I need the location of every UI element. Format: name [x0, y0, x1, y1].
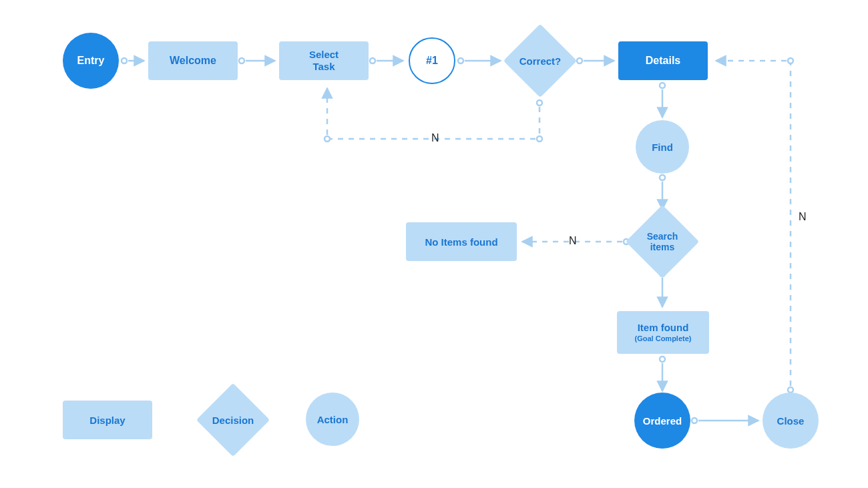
svg-point-10 [660, 83, 665, 88]
svg-point-21 [537, 136, 542, 142]
node-correct: Correct? [514, 35, 566, 87]
node-no-items: No Items found [406, 222, 517, 261]
svg-point-2 [239, 58, 244, 63]
svg-point-25 [788, 58, 793, 63]
svg-point-0 [122, 58, 127, 63]
node-item-found: Item found (Goal Complete) [617, 311, 709, 354]
svg-point-4 [370, 58, 375, 63]
edge-label-close-no: N [799, 211, 807, 223]
edge-label-search-no: N [569, 235, 577, 247]
svg-point-16 [660, 356, 665, 362]
node-ref-1: #1 [409, 37, 455, 84]
legend-action: Action [306, 393, 359, 446]
node-ordered: Ordered [634, 393, 690, 449]
svg-point-20 [537, 100, 542, 105]
node-find: Find [636, 120, 689, 174]
legend-decision: Decision [207, 394, 259, 446]
node-welcome: Welcome [148, 41, 238, 80]
svg-point-8 [577, 58, 582, 63]
node-search-items: Search items [636, 216, 688, 268]
edge-label-correct-no: N [431, 132, 439, 144]
item-found-title: Item found [638, 322, 689, 334]
node-details: Details [618, 41, 708, 80]
node-close: Close [763, 393, 819, 449]
node-entry: Entry [63, 33, 119, 89]
svg-point-24 [788, 387, 793, 393]
svg-point-6 [458, 58, 463, 63]
flowchart-canvas: Entry Welcome Select Task #1 Correct? De… [0, 0, 868, 488]
svg-point-18 [692, 418, 697, 423]
legend-display: Display [63, 401, 152, 439]
item-found-sub: (Goal Complete) [635, 334, 692, 344]
node-select-task: Select Task [279, 41, 369, 80]
svg-point-12 [660, 175, 665, 180]
svg-point-22 [324, 136, 330, 142]
